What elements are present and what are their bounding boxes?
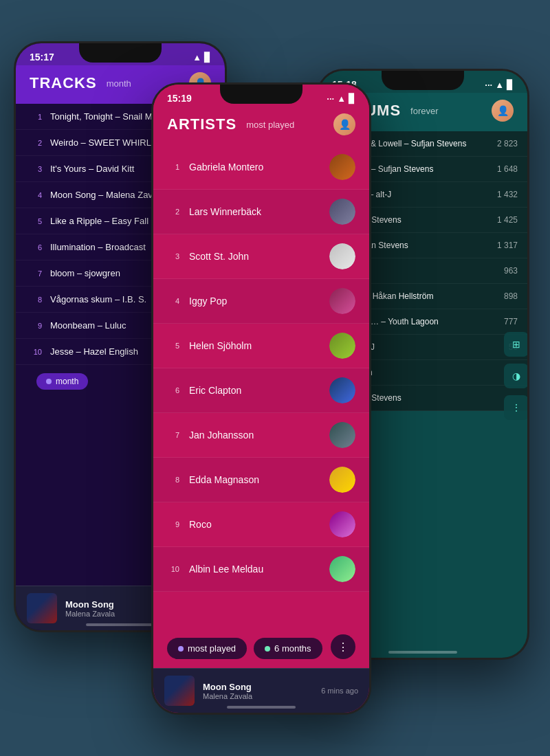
track-num: 3 <box>30 165 42 173</box>
battery-icon: ▊ <box>204 52 211 63</box>
status-time-artists: 15:19 <box>167 93 192 104</box>
months-label: 6 months <box>274 643 311 654</box>
now-playing-info-artists: Moon Song Malena Zavala <box>203 682 313 700</box>
month-pill[interactable]: month <box>36 373 88 390</box>
artist-num: 1 <box>167 163 179 171</box>
status-icons-artists: ··· ▲ ▊ <box>327 93 355 104</box>
track-num: 4 <box>30 191 42 199</box>
more-icon-btn[interactable]: ⋮ <box>504 395 527 420</box>
battery-icon-artists: ▊ <box>349 93 355 104</box>
track-num: 1 <box>30 113 42 121</box>
artist-name: Eric Clapton <box>189 385 329 396</box>
artist-item[interactable]: 2 Lars Winnerbäck <box>153 190 369 234</box>
right-side-icons: ⊞ ◑ ⋮ <box>504 332 527 420</box>
pill-dot-2 <box>265 646 270 652</box>
most-played-label: most played <box>188 643 236 654</box>
artist-item[interactable]: 10 Albin Lee Meldau <box>153 547 369 592</box>
artist-avatar <box>329 243 355 269</box>
home-indicator <box>86 623 155 626</box>
artist-avatar <box>329 333 355 359</box>
month-pill-dot <box>46 379 52 384</box>
artist-num: 7 <box>167 431 179 439</box>
artist-list: 1 Gabriela Montero 2 Lars Winnerbäck 3 S… <box>153 145 369 592</box>
artist-avatar <box>329 377 355 403</box>
notch-albums <box>382 71 464 90</box>
bottom-pills: most played 6 months <box>153 638 369 659</box>
home-indicator-artists <box>227 706 296 709</box>
album-count: 1 317 <box>497 241 518 250</box>
track-num: 9 <box>30 322 42 330</box>
album-count: 2 823 <box>497 139 518 148</box>
artist-num: 4 <box>167 297 179 305</box>
notch <box>79 43 162 63</box>
now-playing-art <box>27 593 57 623</box>
artist-num: 9 <box>167 520 179 529</box>
month-pill-label: month <box>56 377 78 386</box>
artist-item[interactable]: 8 Edda Magnason <box>153 458 369 502</box>
artist-num: 3 <box>167 252 179 260</box>
artists-period: most played <box>246 120 294 130</box>
track-num: 2 <box>30 139 42 147</box>
home-indicator-albums <box>388 651 457 654</box>
artist-item[interactable]: 5 Helen Sjöholm <box>153 324 369 368</box>
album-name: itiration <box>346 368 518 377</box>
album-count: 963 <box>504 266 518 276</box>
pill-dot-1 <box>178 646 184 652</box>
months-pill[interactable]: 6 months <box>254 638 322 659</box>
album-count: 1 432 <box>497 190 518 199</box>
artist-item[interactable]: 9 Roco <box>153 502 369 547</box>
grid-icon-btn[interactable]: ⊞ <box>504 332 527 357</box>
artist-name: Albin Lee Meldau <box>189 564 329 575</box>
phone-artists: 15:19 ··· ▲ ▊ ARTISTS most played 👤 1 Ga… <box>151 82 371 715</box>
dots-icon-albums: ··· <box>485 80 492 90</box>
artist-avatar <box>329 511 355 537</box>
album-count: 777 <box>504 317 518 326</box>
artist-avatar <box>329 467 355 493</box>
artist-name: Helen Sjöholm <box>189 340 329 351</box>
artist-avatar <box>329 288 355 314</box>
artist-avatar <box>329 556 355 582</box>
status-icons-albums: ··· ▲ ▊ <box>485 80 514 90</box>
artist-item[interactable]: 7 Jan Johansson <box>153 413 369 458</box>
now-playing-title-artists: Moon Song <box>203 682 313 692</box>
artist-name: Jan Johansson <box>189 430 329 441</box>
album-count: 1 425 <box>497 215 518 225</box>
artist-item[interactable]: 4 Iggy Pop <box>153 279 369 324</box>
artist-name: Iggy Pop <box>189 296 329 307</box>
track-num: 8 <box>30 296 42 304</box>
artist-name: Gabriela Montero <box>189 162 329 173</box>
album-name: Sufjan Stevens <box>346 393 518 403</box>
pie-icon-btn[interactable]: ◑ <box>504 364 527 388</box>
artists-avatar[interactable]: 👤 <box>333 113 355 135</box>
track-num: 10 <box>30 348 42 356</box>
artist-avatar <box>329 154 355 180</box>
tracks-title: TRACKS <box>30 74 97 92</box>
artist-num: 8 <box>167 476 179 484</box>
most-played-pill[interactable]: most played <box>167 638 247 659</box>
wifi-icon-albums: ▲ <box>495 80 504 90</box>
artists-title: ARTISTS <box>167 115 236 133</box>
artist-name: Edda Magnason <box>189 474 329 485</box>
notch-artists <box>220 85 302 104</box>
artist-item[interactable]: 1 Gabriela Montero <box>153 145 369 190</box>
album-count: 898 <box>504 291 518 301</box>
track-num: 6 <box>30 243 42 252</box>
track-num: 5 <box>30 217 42 225</box>
status-time-tracks: 15:17 <box>30 52 54 63</box>
artist-item[interactable]: 3 Scott St. John <box>153 234 369 279</box>
artist-num: 10 <box>167 565 179 573</box>
tracks-period: month <box>107 78 131 89</box>
now-playing-art-artists <box>164 676 195 706</box>
artist-item[interactable]: 6 Eric Clapton <box>153 368 369 413</box>
albums-avatar[interactable]: 👤 <box>492 100 514 122</box>
artist-name: Roco <box>189 519 329 530</box>
wifi-icon-artists: ▲ <box>337 93 346 104</box>
albums-period: forever <box>410 106 438 116</box>
album-count: 1 648 <box>497 164 518 174</box>
battery-icon-albums: ▊ <box>507 80 514 90</box>
artist-avatar <box>329 199 355 225</box>
status-icons: ▲ ▊ <box>192 52 211 63</box>
artist-num: 2 <box>167 208 179 216</box>
now-playing-artist-artists: Malena Zavala <box>203 692 313 700</box>
artist-avatar <box>329 422 355 448</box>
